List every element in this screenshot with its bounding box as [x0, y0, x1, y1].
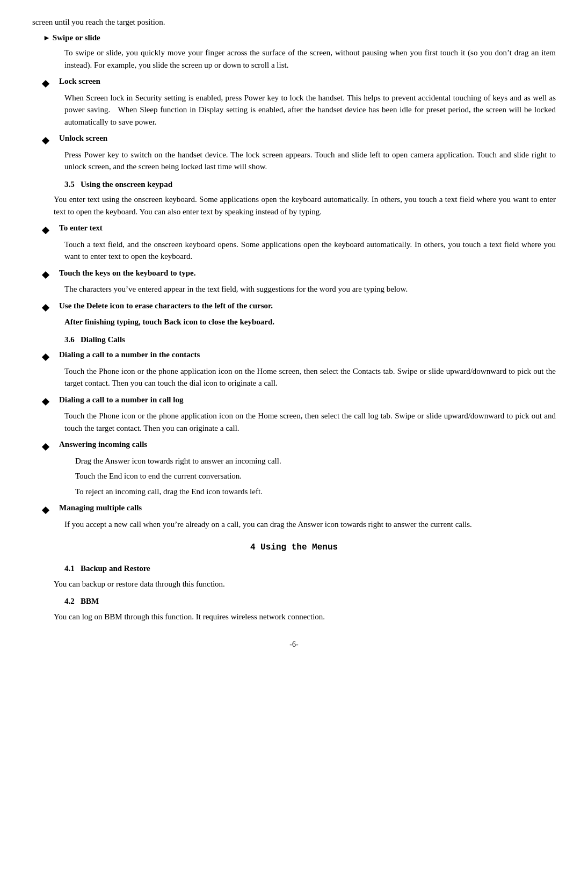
intro-line: screen until you reach the target positi… [32, 16, 556, 28]
arrow-icon: ► [43, 34, 50, 42]
page-number: -6- [32, 639, 556, 650]
answering-heading: Answering incoming calls [59, 440, 147, 449]
section42-num: 4.2 [64, 597, 75, 605]
dialcontact-section: Dialing a call to a number in the contac… [43, 349, 556, 363]
toenter-section: To enter text [43, 222, 556, 236]
diamond-icon-9 [43, 502, 59, 516]
diallog-text: Touch the Phone icon or the phone applic… [64, 410, 556, 434]
diamond-icon-7 [43, 394, 59, 408]
answering-section: Answering incoming calls [43, 438, 556, 453]
diamond-icon-6 [43, 349, 59, 363]
managing-text: If you accept a new call when you’re alr… [64, 518, 556, 531]
diamond-icon-3 [43, 222, 59, 236]
diamond-icon-8 [43, 438, 59, 453]
managing-section: Managing multiple calls [43, 502, 556, 516]
swipe-slide-section: ►Swipe or slide [43, 32, 556, 44]
unlock-text: Press Power key to switch on the handset… [64, 149, 556, 173]
section42-text: You can log on BBM through this function… [54, 611, 556, 623]
unlock-screen-section: Unlock screen [43, 132, 556, 147]
section36-heading: 3.6 Dialing Calls [64, 334, 556, 346]
swipe-heading: Swipe or slide [53, 33, 100, 42]
dialcontact-text: Touch the Phone icon or the phone applic… [64, 365, 556, 389]
answering-line3: To reject an incoming call, drag the End… [75, 486, 556, 498]
lock-text: When Screen lock in Security setting is … [64, 92, 556, 128]
lock-heading: Lock screen [59, 77, 100, 85]
section41-text: You can backup or restore data through t… [54, 578, 556, 590]
lock-screen-section: Lock screen [43, 75, 556, 90]
diallog-section: Dialing a call to a number in call log [43, 394, 556, 408]
swipe-text: To swipe or slide, you quickly move your… [64, 47, 556, 71]
section36-num: 3.6 [64, 335, 75, 344]
page-content: screen until you reach the target positi… [32, 16, 556, 650]
answering-line1: Drag the Answer icon towards right to an… [75, 455, 556, 467]
touchkeys-text: The characters you’ve entered appear in … [64, 283, 556, 295]
chapter4-title: 4 Using the Menus [32, 541, 556, 554]
toenter-text: Touch a text field, and the onscreen key… [64, 238, 556, 263]
diamond-icon-5 [43, 300, 59, 314]
section42-heading: 4.2 BBM [64, 595, 556, 608]
diamond-icon [43, 75, 59, 90]
section35-heading: 3.5 Using the onscreen keypad [64, 178, 556, 191]
touchkeys-heading: Touch the keys on the keyboard to type. [59, 269, 195, 277]
section36-title: Dialing Calls [81, 335, 125, 344]
section35-title: Using the onscreen keypad [81, 180, 172, 189]
diallog-heading: Dialing a call to a number in call log [59, 395, 183, 404]
section42-title: BBM [81, 597, 99, 605]
delete-heading: Use the Delete icon to erase characters … [59, 301, 273, 310]
section41-num: 4.1 [64, 564, 75, 573]
touchkeys-section: Touch the keys on the keyboard to type. [43, 267, 556, 281]
toenter-heading: To enter text [59, 223, 103, 232]
dialcontact-heading: Dialing a call to a number in the contac… [59, 350, 200, 359]
section41-title: Backup and Restore [81, 564, 150, 573]
section35-num: 3.5 [64, 180, 75, 189]
diamond-icon-2 [43, 132, 59, 147]
delete-section: Use the Delete icon to erase characters … [43, 300, 556, 314]
back-heading: After finishing typing, touch Back icon … [64, 316, 556, 328]
managing-heading: Managing multiple calls [59, 503, 142, 512]
section41-heading: 4.1 Backup and Restore [64, 562, 556, 575]
answering-line2: Touch the End icon to end the current co… [75, 470, 556, 482]
diamond-icon-4 [43, 267, 59, 281]
section35-text: You enter text using the onscreen keyboa… [54, 193, 556, 218]
unlock-heading: Unlock screen [59, 134, 107, 142]
